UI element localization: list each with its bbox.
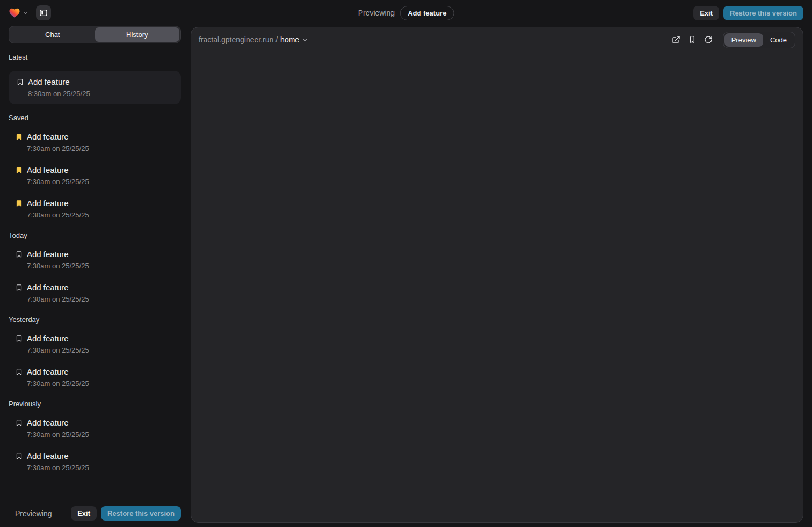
version-item-text: Add feature 7:30am on 25/25/25: [27, 249, 89, 270]
version-item[interactable]: Add feature 8:30am on 25/25/25: [9, 71, 181, 104]
version-item[interactable]: Add feature 7:30am on 25/25/25: [9, 451, 181, 472]
history-section: Today Add feature 7:30am on 25/25/25 Add…: [9, 231, 181, 304]
history-section: Yesterday Add feature 7:30am on 25/25/25…: [9, 316, 181, 388]
history-section-items: Add feature 7:30am on 25/25/25 Add featu…: [9, 333, 181, 388]
history-section-title: Saved: [9, 114, 181, 122]
version-item-timestamp: 7:30am on 25/25/25: [27, 144, 89, 153]
history-list: Latest Add feature 8:30am on 25/25/25 Sa…: [9, 53, 181, 501]
version-item-timestamp: 8:30am on 25/25/25: [28, 90, 90, 98]
exit-button[interactable]: Exit: [693, 6, 719, 20]
bookmark-icon: [15, 367, 23, 376]
version-item-title: Add feature: [27, 451, 89, 461]
version-item-timestamp: 7:30am on 25/25/25: [27, 211, 89, 219]
history-section: Saved Add feature 7:30am on 25/25/25 Add…: [9, 114, 181, 219]
version-item-title: Add feature: [27, 198, 89, 208]
version-item-timestamp: 7:30am on 25/25/25: [27, 178, 89, 186]
refresh-icon: [704, 35, 713, 44]
history-section: Previously Add feature 7:30am on 25/25/2…: [9, 400, 181, 472]
version-item-text: Add feature 7:30am on 25/25/25: [27, 131, 89, 153]
mobile-preview-button[interactable]: [685, 33, 699, 47]
lovable-heart-logo-icon: [9, 8, 20, 18]
history-section-title: Yesterday: [9, 316, 181, 324]
view-toggle-preview[interactable]: Preview: [724, 33, 763, 47]
version-item[interactable]: Add feature 7:30am on 25/25/25: [9, 198, 181, 219]
version-item-timestamp: 7:30am on 25/25/25: [27, 430, 89, 439]
app-logo-menu[interactable]: [9, 8, 28, 18]
preview-panel-header: fractal.gptengineer.run / home: [191, 27, 803, 52]
chevron-down-icon: [23, 10, 28, 16]
version-item-text: Add feature 7:30am on 25/25/25: [27, 165, 89, 186]
bookmark-icon: [15, 333, 23, 343]
version-item-title: Add feature: [27, 131, 89, 142]
smartphone-icon: [688, 35, 697, 44]
history-section-title: Latest: [9, 53, 181, 61]
refresh-button[interactable]: [701, 33, 715, 47]
topbar: Previewing Add feature Exit Restore this…: [0, 0, 812, 26]
history-section-items: Add feature 7:30am on 25/25/25 Add featu…: [9, 131, 181, 219]
bookmark-icon: [15, 198, 23, 208]
tab-history[interactable]: History: [95, 27, 180, 42]
version-item-timestamp: 7:30am on 25/25/25: [27, 379, 89, 388]
version-item[interactable]: Add feature 7:30am on 25/25/25: [9, 418, 181, 439]
version-item-title: Add feature: [27, 282, 89, 292]
version-item-timestamp: 7:30am on 25/25/25: [27, 346, 89, 355]
footer-exit-button[interactable]: Exit: [71, 506, 97, 521]
version-item[interactable]: Add feature 7:30am on 25/25/25: [9, 282, 181, 304]
version-item-timestamp: 7:30am on 25/25/25: [27, 262, 89, 270]
version-item-title: Add feature: [27, 165, 89, 175]
sidebar-tabs: ChatHistory: [9, 26, 181, 43]
preview-viewport[interactable]: [191, 52, 803, 522]
footer-restore-version-button[interactable]: Restore this version: [101, 506, 181, 521]
preview-url-prefix: fractal.gptengineer.run /: [199, 35, 278, 44]
version-item[interactable]: Add feature 7:30am on 25/25/25: [9, 165, 181, 186]
bookmark-icon: [15, 418, 23, 427]
version-item-text: Add feature 7:30am on 25/25/25: [27, 367, 89, 388]
history-section: Latest Add feature 8:30am on 25/25/25: [9, 53, 181, 104]
version-item-title: Add feature: [27, 367, 89, 377]
version-item[interactable]: Add feature 7:30am on 25/25/25: [9, 249, 181, 270]
history-section-items: Add feature 8:30am on 25/25/25: [9, 71, 181, 104]
footer-previewing-label: Previewing: [15, 509, 52, 518]
panel-left-icon: [39, 9, 48, 17]
version-item[interactable]: Add feature 7:30am on 25/25/25: [9, 131, 181, 153]
bookmark-icon: [15, 165, 23, 174]
version-item-title: Add feature: [27, 418, 89, 428]
bookmark-icon: [15, 282, 23, 292]
preview-code-toggle: PreviewCode: [723, 32, 795, 48]
bookmark-icon: [16, 77, 24, 86]
version-item-text: Add feature 7:30am on 25/25/25: [27, 333, 89, 355]
preview-url-page: home: [280, 35, 299, 44]
sidebar-footer: Previewing Exit Restore this version: [9, 501, 181, 521]
bookmark-icon: [15, 249, 23, 259]
tab-chat[interactable]: Chat: [10, 27, 95, 42]
bookmark-icon: [15, 451, 23, 460]
version-item-text: Add feature 8:30am on 25/25/25: [28, 77, 90, 98]
history-section-items: Add feature 7:30am on 25/25/25 Add featu…: [9, 418, 181, 472]
view-toggle-code[interactable]: Code: [763, 33, 794, 47]
version-item-text: Add feature 7:30am on 25/25/25: [27, 282, 89, 304]
history-sidebar: ChatHistory Latest Add feature 8:30am on…: [9, 26, 181, 521]
version-item-text: Add feature 7:30am on 25/25/25: [27, 418, 89, 439]
bookmark-icon: [15, 131, 23, 141]
version-item[interactable]: Add feature 7:30am on 25/25/25: [9, 333, 181, 355]
restore-version-button[interactable]: Restore this version: [723, 6, 803, 20]
version-item-text: Add feature 7:30am on 25/25/25: [27, 198, 89, 219]
external-link-icon: [672, 35, 680, 44]
version-item-text: Add feature 7:30am on 25/25/25: [27, 451, 89, 472]
history-section-title: Previously: [9, 400, 181, 408]
history-section-title: Today: [9, 231, 181, 239]
sidebar-toggle-button[interactable]: [36, 5, 51, 20]
version-name-pill[interactable]: Add feature: [400, 6, 454, 20]
history-section-items: Add feature 7:30am on 25/25/25 Add featu…: [9, 249, 181, 304]
version-item-title: Add feature: [27, 249, 89, 259]
previewing-status-label: Previewing: [358, 9, 395, 17]
version-item-title: Add feature: [27, 333, 89, 343]
open-in-new-window-button[interactable]: [669, 33, 683, 47]
preview-panel: fractal.gptengineer.run / home: [191, 27, 803, 523]
version-item-timestamp: 7:30am on 25/25/25: [27, 295, 89, 304]
version-item[interactable]: Add feature 7:30am on 25/25/25: [9, 367, 181, 388]
version-item-timestamp: 7:30am on 25/25/25: [27, 464, 89, 472]
version-item-title: Add feature: [28, 77, 90, 87]
chevron-down-icon: [302, 36, 308, 43]
preview-url-selector[interactable]: fractal.gptengineer.run / home: [199, 35, 308, 44]
